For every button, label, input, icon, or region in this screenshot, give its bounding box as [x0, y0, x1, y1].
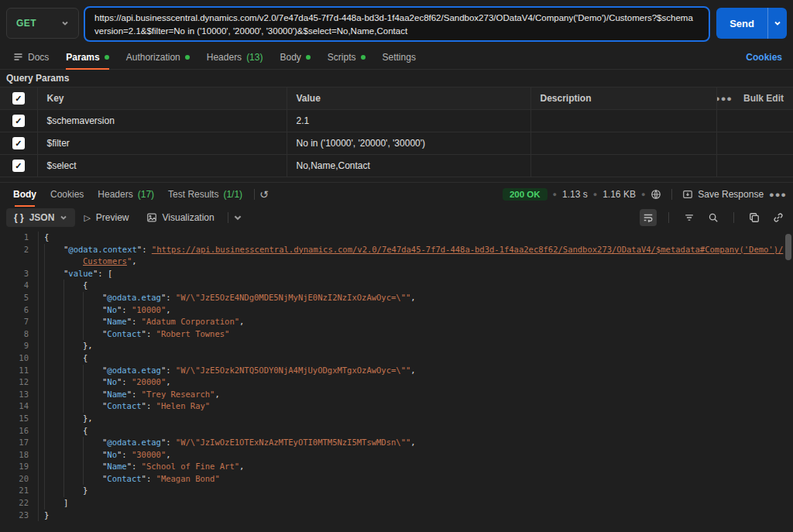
- code-line: 9},: [0, 340, 793, 352]
- json-punctuation: ,: [239, 316, 244, 328]
- history-icon[interactable]: ↺: [259, 189, 269, 200]
- json-punctuation: :: [146, 473, 156, 486]
- json-string-value: "10000": [132, 304, 166, 317]
- link-button[interactable]: [770, 209, 787, 226]
- preview-button[interactable]: ▷ Preview: [75, 212, 137, 223]
- filter-icon: [684, 212, 695, 223]
- copy-button[interactable]: [746, 209, 763, 226]
- tab-label: Body: [280, 52, 300, 63]
- code-line: 5@odata.etag: "W/\"JzE5OzE4NDg0MDE5NjMyN…: [0, 292, 793, 304]
- json-punctuation: :: [166, 365, 176, 377]
- response-tab-cookies[interactable]: Cookies: [43, 183, 91, 206]
- line-number: 4: [0, 280, 39, 292]
- indent-guide: [44, 376, 64, 389]
- json-punctuation: :: [166, 292, 176, 304]
- request-bar: GET https://api.businesscentral.dynamics…: [0, 0, 793, 45]
- indent-guide: [44, 400, 64, 413]
- param-value[interactable]: No,Name,Contact: [287, 155, 530, 177]
- indent-guide: [83, 328, 102, 341]
- json-link-value[interactable]: Customers: [83, 256, 127, 268]
- row-checkbox[interactable]: ✓: [12, 115, 25, 127]
- send-button[interactable]: Send: [716, 8, 787, 39]
- select-all-checkbox[interactable]: ✓: [12, 92, 25, 105]
- indent-guide: [83, 389, 102, 401]
- indent-guide: [64, 449, 83, 462]
- tab-settings[interactable]: Settings: [374, 45, 424, 69]
- code-line: 15},: [0, 413, 793, 425]
- cookies-link[interactable]: Cookies: [746, 52, 788, 63]
- param-value[interactable]: 2.1: [287, 110, 530, 132]
- json-punctuation: ,: [132, 256, 136, 268]
- visualization-button[interactable]: Visualization: [138, 212, 223, 223]
- tab-params[interactable]: Params: [57, 45, 117, 69]
- search-button[interactable]: [705, 209, 722, 226]
- line-number: 10: [0, 352, 39, 365]
- url-input[interactable]: https://api.businesscentral.dynamics.com…: [84, 6, 710, 42]
- line-number: 15: [0, 413, 39, 425]
- param-key[interactable]: $schemaversion: [37, 110, 287, 132]
- network-globe-icon[interactable]: [651, 189, 661, 200]
- json-link-value[interactable]: "https://api.businesscentral.dynamics.co…: [152, 244, 783, 256]
- json-key: Contact: [102, 400, 146, 413]
- wrap-text-button[interactable]: [640, 209, 657, 226]
- param-key[interactable]: $filter: [37, 132, 287, 155]
- json-key: @odata.context: [64, 244, 142, 256]
- green-dot-icon: [105, 55, 109, 60]
- response-tab-headers[interactable]: Headers(17): [91, 183, 161, 206]
- response-more-icon[interactable]: ●●●: [769, 190, 787, 199]
- link-icon: [773, 212, 784, 223]
- line-number: 22: [0, 497, 39, 510]
- params-more-icon[interactable]: ●●●: [716, 94, 733, 103]
- row-checkbox[interactable]: ✓: [12, 137, 25, 149]
- json-punctuation: ,: [410, 292, 415, 304]
- dot-separator: ●: [553, 190, 557, 198]
- indent-guide: [44, 437, 64, 449]
- tab-docs[interactable]: Docs: [5, 45, 57, 69]
- response-size: 1.16 KB: [602, 189, 636, 200]
- indent-guide: [44, 497, 64, 510]
- indent-guide: [64, 425, 83, 438]
- code-line: Customers",: [0, 256, 793, 268]
- code-line: 16{: [0, 425, 793, 438]
- json-punctuation: ,: [166, 449, 170, 462]
- json-punctuation: }: [83, 485, 88, 497]
- send-options-button[interactable]: [767, 8, 787, 39]
- scrollbar-thumb[interactable]: [785, 234, 791, 260]
- tab-body[interactable]: Body: [271, 45, 318, 69]
- json-key: Contact: [102, 328, 146, 341]
- indent-guide: [44, 244, 64, 256]
- param-description[interactable]: [530, 155, 716, 177]
- indent-guide: [83, 400, 102, 413]
- json-key: Contact: [102, 473, 146, 486]
- indent-guide: [44, 449, 64, 462]
- response-tab-body[interactable]: Body: [6, 183, 43, 206]
- param-value[interactable]: No in ('10000', '20000', '30000'): [287, 132, 530, 155]
- indent-guide: [64, 485, 83, 497]
- indent-guide: [44, 473, 64, 486]
- row-checkbox[interactable]: ✓: [12, 160, 25, 172]
- param-description[interactable]: [530, 132, 716, 155]
- play-icon: ▷: [84, 213, 90, 223]
- bulk-edit-button[interactable]: Bulk Edit: [743, 93, 784, 104]
- save-response-label: Save Response: [698, 189, 764, 200]
- tab-scripts[interactable]: Scripts: [319, 45, 374, 69]
- tab-headers[interactable]: Headers(13): [198, 45, 272, 69]
- method-selector[interactable]: GET: [6, 8, 79, 39]
- json-string-value: "School of Fine Art": [142, 461, 239, 473]
- response-tab-test-results[interactable]: Test Results(1/1): [161, 183, 249, 206]
- code-line: 10{: [0, 352, 793, 365]
- filter-button[interactable]: [681, 209, 698, 226]
- send-label[interactable]: Send: [716, 8, 767, 39]
- param-description[interactable]: [530, 110, 716, 132]
- table-row: ✓$filterNo in ('10000', '20000', '30000'…: [0, 132, 793, 155]
- method-label: GET: [16, 18, 36, 29]
- chevron-down-icon[interactable]: [233, 213, 242, 222]
- response-body-json[interactable]: 1{2@odata.context: "https://api.business…: [0, 229, 793, 532]
- line-number: 19: [0, 461, 39, 473]
- save-response-button[interactable]: Save Response: [682, 189, 764, 200]
- indent-guide: [83, 365, 102, 377]
- tab-authorization[interactable]: Authorization: [118, 45, 198, 69]
- param-key[interactable]: $select: [37, 155, 287, 177]
- format-selector[interactable]: { } JSON: [6, 208, 75, 227]
- json-punctuation: {: [83, 352, 88, 365]
